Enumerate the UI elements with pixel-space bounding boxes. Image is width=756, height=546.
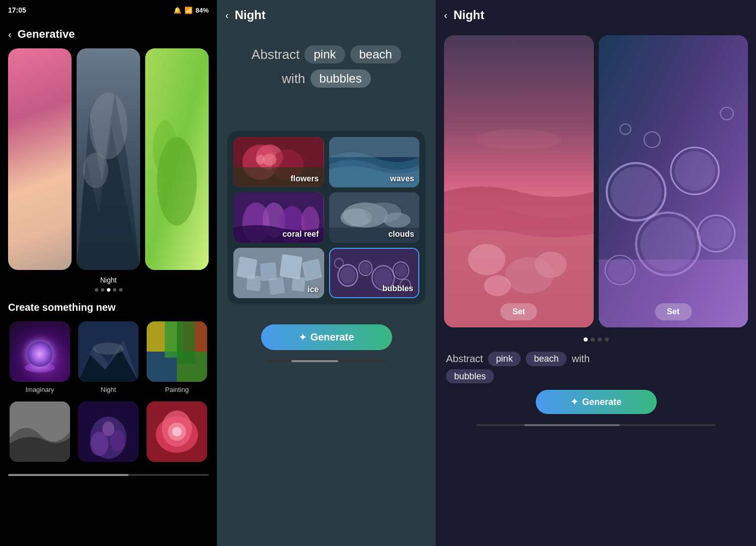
panel1-title: Generative bbox=[18, 28, 75, 41]
svg-rect-57 bbox=[291, 277, 305, 292]
p3dot-3 bbox=[598, 337, 602, 342]
back-button[interactable]: ‹ bbox=[8, 29, 12, 40]
create-item-painting[interactable]: Painting bbox=[145, 321, 209, 393]
prompt-tag-beach[interactable]: beach bbox=[350, 45, 401, 63]
prompt-tag-pink[interactable]: pink bbox=[304, 45, 345, 63]
wallpaper-thumb-pink[interactable] bbox=[8, 48, 72, 270]
svg-point-24 bbox=[102, 422, 114, 436]
p3dot-1 bbox=[584, 337, 588, 342]
svg-point-79 bbox=[674, 151, 715, 191]
svg-point-62 bbox=[360, 262, 370, 274]
create-section: Create something new Imaginary bbox=[0, 302, 217, 466]
prompt-line-2: with bubbles bbox=[282, 70, 370, 88]
svg-point-83 bbox=[701, 219, 731, 249]
svg-rect-56 bbox=[269, 277, 285, 295]
svg-point-48 bbox=[383, 213, 410, 228]
panel1-scrollbar-thumb bbox=[8, 474, 129, 476]
panel2-scrollbar-thumb bbox=[291, 360, 338, 362]
svg-point-29 bbox=[172, 427, 181, 436]
create-item-purple[interactable] bbox=[77, 401, 140, 466]
option-waves[interactable]: waves bbox=[329, 137, 420, 187]
panel3-generate-label: Generate bbox=[582, 397, 621, 407]
panel3-prompt: Abstract pink beach with bbox=[436, 347, 756, 371]
svg-point-3 bbox=[89, 93, 128, 159]
result-card-pink-beach[interactable]: Set bbox=[444, 35, 594, 327]
svg-marker-18 bbox=[177, 321, 195, 364]
svg-rect-55 bbox=[246, 275, 261, 292]
dot-4 bbox=[113, 288, 116, 292]
panel3-title: Night bbox=[454, 8, 484, 22]
p3-tag-pink[interactable]: pink bbox=[488, 352, 521, 366]
create-item-flower[interactable] bbox=[145, 401, 209, 466]
panel2-back-button[interactable]: ‹ bbox=[225, 10, 229, 21]
set-button-pink[interactable]: Set bbox=[500, 303, 537, 320]
svg-point-22 bbox=[90, 432, 108, 456]
svg-point-60 bbox=[340, 267, 356, 285]
option-ice[interactable]: ice bbox=[233, 248, 324, 298]
panel1-scrollbar bbox=[8, 474, 209, 476]
panel2-title: Night bbox=[235, 8, 266, 22]
status-icons: 🔔 📶 84% bbox=[173, 7, 209, 14]
status-bar: 17:05 🔔 📶 84% bbox=[0, 0, 217, 20]
prompt-connector: with bbox=[282, 71, 305, 87]
panel2-scrollbar bbox=[268, 360, 385, 362]
create-item-imaginary[interactable]: Imaginary bbox=[8, 321, 72, 393]
svg-point-73 bbox=[484, 275, 511, 296]
option-bubbles[interactable]: bubbles bbox=[329, 248, 420, 298]
svg-point-4 bbox=[83, 153, 108, 188]
svg-point-11 bbox=[93, 343, 123, 355]
option-clouds[interactable]: clouds bbox=[329, 192, 420, 243]
prompt-prefix: Abstract bbox=[251, 47, 299, 62]
generate-label: Generate bbox=[310, 331, 354, 343]
panel3-dots bbox=[436, 337, 756, 342]
panel3-header: ‹ Night bbox=[436, 0, 756, 30]
panel3-generate-button[interactable]: ✦ Generate bbox=[536, 390, 657, 414]
create-item-label-imaginary: Imaginary bbox=[25, 386, 54, 393]
panel3-scrollbar-thumb bbox=[524, 424, 620, 426]
option-ice-label: ice bbox=[307, 285, 319, 294]
sparkle-icon: ✦ bbox=[299, 332, 306, 343]
wallpaper-preview-row bbox=[0, 48, 217, 270]
p3-tag-beach[interactable]: beach bbox=[526, 352, 566, 366]
generate-button[interactable]: ✦ Generate bbox=[261, 324, 392, 350]
set-button-bubbles[interactable]: Set bbox=[655, 303, 691, 320]
panel3-prompt-line2: bubbles bbox=[436, 371, 756, 382]
svg-point-71 bbox=[468, 244, 506, 275]
create-title: Create something new bbox=[8, 302, 209, 313]
dot-1 bbox=[95, 288, 98, 292]
panel1-header: ‹ Generative bbox=[0, 20, 217, 48]
svg-point-7 bbox=[153, 120, 177, 176]
create-item-label-painting: Painting bbox=[165, 386, 189, 393]
panel-night-generate: ‹ Night Abstract pink beach with bubbles… bbox=[217, 0, 436, 546]
thumb-grey bbox=[10, 401, 70, 462]
p3dot-4 bbox=[605, 337, 609, 342]
option-coral-reef[interactable]: coral reef bbox=[233, 192, 324, 243]
p3-prefix: Abstract bbox=[446, 353, 483, 365]
prompt-tag-bubbles[interactable]: bubbles bbox=[310, 70, 371, 88]
svg-point-70 bbox=[476, 129, 561, 150]
prompt-line-1: Abstract pink beach bbox=[251, 45, 401, 63]
p3dot-2 bbox=[591, 337, 595, 342]
panel3-back-button[interactable]: ‹ bbox=[444, 10, 448, 21]
svg-point-35 bbox=[256, 155, 265, 165]
create-grid-1: Imaginary Night bbox=[8, 321, 209, 393]
result-card-bubbles[interactable]: Set bbox=[599, 35, 748, 327]
svg-rect-38 bbox=[329, 137, 420, 157]
option-waves-label: waves bbox=[390, 174, 414, 183]
dot-3-active bbox=[107, 288, 110, 292]
wallpaper-thumb-green[interactable] bbox=[145, 48, 209, 270]
thumb-imaginary bbox=[10, 321, 70, 382]
panel2-header: ‹ Night bbox=[217, 0, 435, 30]
panel-generative: 17:05 🔔 📶 84% ‹ Generative bbox=[0, 0, 217, 546]
panel3-images: Set bbox=[436, 30, 756, 332]
option-flowers[interactable]: flowers bbox=[233, 137, 324, 187]
p3-tag-bubbles[interactable]: bubbles bbox=[446, 369, 494, 383]
svg-rect-53 bbox=[280, 254, 303, 280]
create-item-night[interactable]: Night bbox=[77, 321, 140, 393]
create-item-grey[interactable] bbox=[8, 401, 72, 466]
battery-display: 84% bbox=[196, 7, 209, 14]
dot-2 bbox=[101, 288, 104, 292]
option-flowers-label: flowers bbox=[290, 174, 319, 183]
thumb-painting bbox=[147, 321, 207, 382]
wallpaper-thumb-night[interactable] bbox=[77, 48, 140, 270]
